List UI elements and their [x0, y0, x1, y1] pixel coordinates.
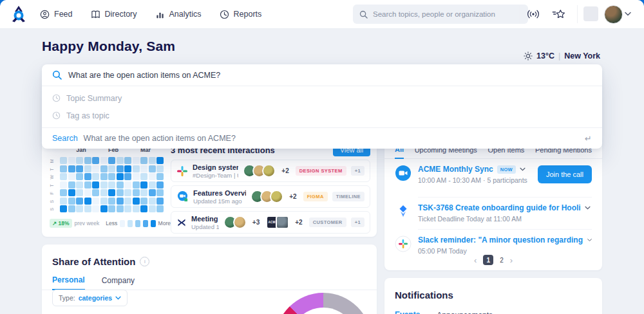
heatmap-cell[interactable] — [60, 173, 67, 180]
heatmap-cell[interactable] — [108, 181, 115, 189]
app-logo-icon[interactable] — [8, 4, 29, 24]
tab-personal[interactable]: Personal — [52, 275, 85, 290]
heatmap-cell[interactable] — [92, 198, 99, 205]
heatmap-cell[interactable] — [149, 189, 156, 196]
heatmap-cell[interactable] — [117, 181, 124, 189]
heatmap-cell[interactable] — [68, 165, 75, 172]
heatmap-cell[interactable] — [156, 157, 164, 164]
heatmap-cell[interactable] — [140, 205, 147, 212]
chevron-down-icon[interactable] — [520, 167, 526, 171]
heatmap-cell[interactable] — [108, 198, 115, 205]
heatmap-cell[interactable] — [84, 198, 91, 205]
heatmap-cell[interactable] — [124, 205, 131, 212]
heatmap-cell[interactable] — [140, 198, 147, 205]
tag-timeline[interactable]: TIMELINE — [332, 192, 365, 201]
heatmap-cell[interactable] — [117, 198, 124, 205]
agenda-item-slack-reminder[interactable]: Slack reminder: "A minor question regard… — [395, 236, 592, 255]
info-icon[interactable]: i — [140, 257, 149, 266]
heatmap-cell[interactable] — [156, 165, 164, 172]
heatmap-cell[interactable] — [76, 173, 83, 180]
heatmap-cell[interactable] — [60, 165, 67, 172]
heatmap-cell[interactable] — [133, 165, 140, 172]
heatmap-cell[interactable] — [149, 173, 156, 180]
tag-overflow[interactable]: +1 — [351, 166, 365, 176]
palette-search-row[interactable]: Search What are the open action items on… — [42, 128, 602, 149]
heatmap-cell[interactable] — [76, 181, 83, 189]
page-1-button[interactable]: 1 — [483, 255, 493, 265]
heatmap-cell[interactable] — [68, 181, 75, 189]
type-dropdown[interactable]: Type: categories — [52, 290, 128, 306]
heatmap-cell[interactable] — [133, 157, 140, 164]
heatmap-cell[interactable] — [92, 165, 99, 172]
page-2-button[interactable]: 2 — [500, 257, 504, 264]
heatmap-cell[interactable] — [100, 157, 108, 164]
suggestion-tag-as-topic[interactable]: Tag as topic — [42, 107, 602, 124]
favorites-button[interactable] — [549, 5, 569, 24]
interaction-row-features-overview[interactable]: Features Overview Updated 15m ago +2 FIG… — [171, 185, 370, 208]
interaction-row-meeting-recap[interactable]: Meeting Recap May 22nd Updated 19m ago +… — [171, 211, 370, 234]
heatmap-cell[interactable] — [117, 165, 124, 172]
tag-customer[interactable]: CUSTOMER — [309, 217, 346, 227]
heatmap-cell[interactable] — [156, 198, 164, 205]
heatmap-cell[interactable] — [92, 181, 99, 189]
heatmap-cell[interactable] — [92, 157, 99, 164]
heatmap-cell[interactable] — [84, 173, 91, 180]
heatmap-cell[interactable] — [140, 173, 147, 180]
heatmap-cell[interactable] — [149, 165, 156, 172]
heatmap-cell[interactable] — [68, 189, 75, 196]
tab-events[interactable]: Events — [395, 310, 420, 314]
heatmap-cell[interactable] — [76, 165, 83, 172]
nav-item-directory[interactable]: Directory — [91, 10, 137, 19]
heatmap-cell[interactable] — [108, 157, 115, 164]
heatmap-cell[interactable] — [68, 205, 75, 212]
heatmap-cell[interactable] — [133, 198, 140, 205]
heatmap-cell[interactable] — [76, 198, 83, 205]
global-search-input[interactable]: Search topics, people or organization — [353, 5, 528, 24]
heatmap-cell[interactable] — [76, 157, 83, 164]
nav-item-reports[interactable]: Reports — [220, 10, 262, 19]
tab-company[interactable]: Company — [102, 276, 135, 290]
heatmap-cell[interactable] — [100, 173, 108, 180]
heatmap-cell[interactable] — [156, 189, 164, 196]
heatmap-cell[interactable] — [117, 157, 124, 164]
heatmap-cell[interactable] — [140, 157, 147, 164]
tag-design-system[interactable]: DESIGN SYSTEM — [296, 166, 346, 176]
heatmap-cell[interactable] — [149, 198, 156, 205]
heatmap-cell[interactable] — [100, 189, 108, 196]
heatmap-cell[interactable] — [76, 205, 83, 212]
chevron-down-icon[interactable] — [625, 12, 631, 16]
chevron-down-icon[interactable] — [585, 206, 591, 210]
heatmap-cell[interactable] — [76, 189, 83, 196]
heatmap-cell[interactable] — [68, 198, 75, 205]
heatmap-cell[interactable] — [84, 205, 91, 212]
heatmap-cell[interactable] — [149, 181, 156, 189]
heatmap-cell[interactable] — [133, 189, 140, 196]
heatmap-cell[interactable] — [92, 205, 99, 212]
heatmap-cell[interactable] — [149, 205, 156, 212]
agenda-item-acme-sync[interactable]: ACME Monthly Sync NOW 10:00 AM - 10:30 A… — [395, 165, 592, 184]
heatmap-cell[interactable] — [108, 205, 115, 212]
heatmap-cell[interactable] — [84, 165, 91, 172]
heatmap-cell[interactable] — [84, 181, 91, 189]
palette-query-input[interactable]: What are the open action items on ACME? — [42, 64, 602, 86]
tab-announcements[interactable]: Announcements — [437, 311, 493, 314]
user-avatar[interactable] — [604, 5, 623, 24]
heatmap-cell[interactable] — [60, 157, 67, 164]
heatmap-cell[interactable] — [156, 173, 164, 180]
next-page-arrow[interactable]: › — [510, 255, 513, 265]
heatmap-cell[interactable] — [140, 165, 147, 172]
heatmap-cell[interactable] — [108, 189, 115, 196]
heatmap-cell[interactable] — [68, 173, 75, 180]
heatmap-cell[interactable] — [92, 173, 99, 180]
heatmap-cell[interactable] — [60, 198, 67, 205]
heatmap-cell[interactable] — [133, 181, 140, 189]
heatmap-cell[interactable] — [124, 189, 131, 196]
heatmap-cell[interactable] — [100, 181, 108, 189]
heatmap-cell[interactable] — [156, 205, 164, 212]
heatmap-cell[interactable] — [108, 165, 115, 172]
heatmap-cell[interactable] — [100, 198, 108, 205]
heatmap-cell[interactable] — [100, 205, 108, 212]
heatmap-cell[interactable] — [117, 173, 124, 180]
heatmap-cell[interactable] — [117, 189, 124, 196]
heatmap-cell[interactable] — [149, 157, 156, 164]
